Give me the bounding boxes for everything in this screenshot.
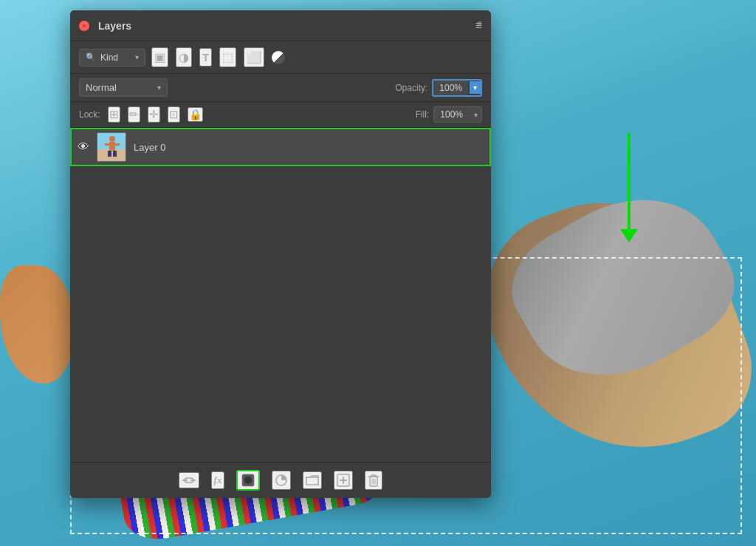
mask-svg-icon: [241, 474, 255, 487]
svg-point-9: [244, 477, 252, 484]
fill-group: Fill: 100% ▾: [416, 106, 482, 123]
fill-value[interactable]: 100%: [434, 107, 469, 122]
opacity-group: Opacity: 100% ▾: [395, 79, 482, 97]
adjustment-icon: [275, 474, 288, 487]
svg-rect-3: [109, 142, 115, 151]
adjustment-filter-icon[interactable]: ◑: [176, 47, 192, 67]
lock-all-icon[interactable]: 🔒: [188, 107, 203, 122]
layer-row[interactable]: 👁: [70, 128, 491, 166]
trash-icon: [368, 474, 379, 487]
blend-mode-dropdown[interactable]: Normal ▾: [79, 78, 168, 97]
svg-rect-4: [108, 151, 111, 157]
layers-list: 👁: [70, 128, 491, 498]
green-arrow: [620, 133, 638, 242]
panel-titlebar: × Layers « ≡: [70, 10, 491, 41]
panel-toolbar: fx: [70, 462, 491, 498]
new-layer-icon: [337, 474, 350, 487]
svg-rect-7: [115, 143, 120, 146]
panel-close-button[interactable]: ×: [79, 21, 89, 31]
add-mask-button[interactable]: [236, 470, 260, 491]
opacity-value[interactable]: 100%: [433, 81, 468, 95]
svg-rect-5: [113, 151, 117, 157]
filter-toggle-icon[interactable]: [272, 51, 285, 64]
layer-thumbnail: [97, 132, 126, 162]
type-filter-icon[interactable]: T: [199, 48, 212, 66]
layer-thumb-svg: [97, 133, 126, 162]
panel-title-area: × Layers: [79, 20, 131, 32]
lock-row: Lock: ⊞ ✏ ✛ ⊡ 🔒 Fill: 100% ▾: [70, 102, 491, 128]
lock-position-icon[interactable]: ✛: [148, 106, 160, 123]
layers-panel: × Layers « ≡ 🔍 Kind ▾ ▣ ◑ T ⬚ ⬜: [70, 10, 491, 498]
search-icon: 🔍: [86, 52, 96, 62]
lock-transparent-icon[interactable]: ⊞: [108, 106, 120, 123]
opacity-label: Opacity:: [395, 83, 427, 93]
image-filter-icon[interactable]: ▣: [151, 47, 168, 67]
fx-button[interactable]: fx: [211, 471, 225, 489]
green-arrow-head: [620, 229, 638, 242]
kind-dropdown[interactable]: 🔍 Kind ▾: [79, 49, 145, 66]
fill-label: Fill:: [416, 109, 430, 120]
shape-filter-icon[interactable]: ⬚: [219, 47, 236, 67]
fx-label: fx: [214, 474, 222, 486]
kind-chevron-icon: ▾: [135, 53, 139, 61]
blend-mode-chevron-icon: ▾: [157, 83, 161, 92]
lock-label: Lock:: [79, 109, 100, 120]
layer-visibility-toggle[interactable]: 👁: [78, 140, 89, 154]
canvas-hand: [0, 265, 74, 383]
panel-collapse-icon[interactable]: «: [477, 18, 482, 28]
lock-icons-group: ⊞ ✏ ✛ ⊡ 🔒: [108, 106, 203, 123]
opacity-dropdown-button[interactable]: ▾: [470, 81, 481, 94]
opacity-input-box: 100% ▾: [432, 79, 482, 97]
fill-input-box: 100% ▾: [433, 106, 482, 123]
lock-artboard-icon[interactable]: ⊡: [168, 106, 180, 123]
svg-point-2: [109, 136, 115, 142]
blend-mode-value: Normal: [86, 82, 117, 93]
filter-icons-group: ▣ ◑ T ⬚ ⬜: [151, 47, 285, 67]
layer-name: Layer 0: [134, 142, 165, 153]
kind-label: Kind: [100, 52, 118, 63]
layer-thumb-image: [97, 133, 126, 161]
lock-image-icon[interactable]: ✏: [128, 106, 140, 123]
green-arrow-shaft: [628, 133, 630, 229]
folder-icon: [306, 474, 319, 486]
blend-opacity-row: Normal ▾ Opacity: 100% ▾: [70, 74, 491, 102]
fill-dropdown-button[interactable]: ▾: [470, 109, 481, 121]
group-layers-button[interactable]: [303, 471, 322, 489]
adjustment-layer-button[interactable]: [272, 471, 291, 490]
filter-bar: 🔍 Kind ▾ ▣ ◑ T ⬚ ⬜: [70, 41, 491, 74]
svg-rect-1: [97, 149, 126, 162]
delete-layer-button[interactable]: [365, 471, 382, 490]
panel-title: Layers: [98, 20, 131, 32]
mask-icon: [241, 474, 255, 487]
link-layers-button[interactable]: [179, 472, 199, 488]
link-icon: [182, 475, 196, 485]
svg-rect-6: [105, 143, 109, 146]
smartobject-filter-icon[interactable]: ⬜: [244, 47, 264, 67]
new-layer-button[interactable]: [334, 471, 353, 490]
